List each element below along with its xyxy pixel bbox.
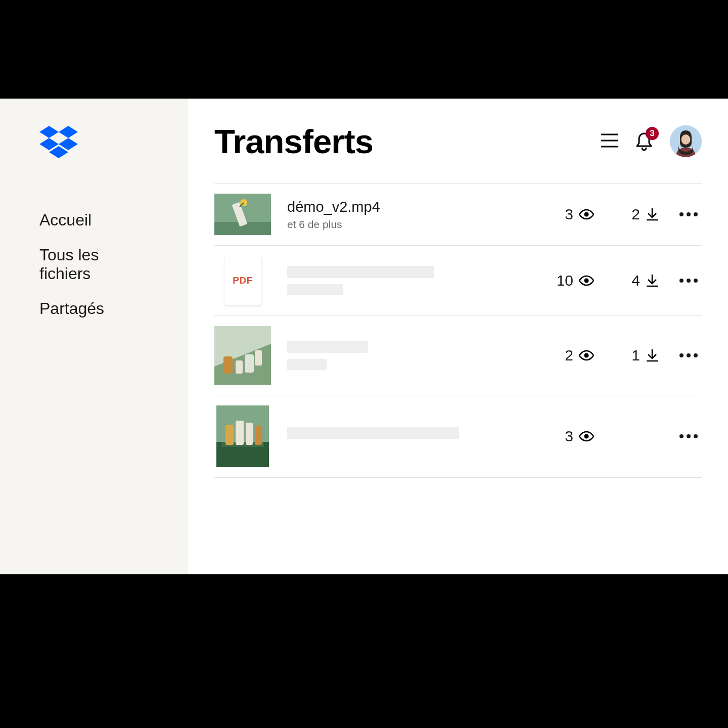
svg-point-29 bbox=[584, 353, 589, 358]
sidebar-nav: Accueil Tous les fichiers Partagés bbox=[39, 211, 149, 318]
views-count: 3 bbox=[565, 206, 573, 223]
views-stat: 10 bbox=[546, 272, 595, 289]
svg-rect-28 bbox=[255, 350, 262, 366]
header-actions: 3 bbox=[601, 125, 702, 157]
eye-icon bbox=[578, 275, 595, 286]
notification-badge: 3 bbox=[646, 127, 659, 140]
views-count: 2 bbox=[565, 347, 573, 364]
more-actions-button[interactable] bbox=[675, 276, 702, 286]
svg-point-39 bbox=[584, 434, 589, 439]
svg-rect-25 bbox=[223, 356, 233, 374]
placeholder-line bbox=[287, 341, 368, 353]
transfer-thumbnail bbox=[214, 194, 271, 235]
svg-point-10 bbox=[681, 134, 691, 145]
transfer-thumbnail bbox=[214, 326, 271, 385]
sidebar-item-home[interactable]: Accueil bbox=[39, 211, 149, 230]
more-actions-button[interactable] bbox=[675, 209, 702, 219]
pdf-file-icon: PDF bbox=[224, 256, 261, 305]
more-actions-button[interactable] bbox=[675, 350, 702, 360]
hamburger-icon bbox=[601, 133, 618, 148]
downloads-count: 2 bbox=[631, 206, 640, 223]
views-count: 3 bbox=[565, 428, 573, 445]
sidebar-item-shared[interactable]: Partagés bbox=[39, 299, 149, 318]
transfer-info bbox=[287, 427, 530, 445]
svg-marker-0 bbox=[39, 126, 59, 138]
transfer-thumbnail bbox=[214, 405, 271, 467]
svg-rect-38 bbox=[255, 426, 262, 445]
views-stat: 2 bbox=[546, 347, 595, 364]
placeholder-line bbox=[287, 427, 459, 439]
dropbox-logo-icon bbox=[39, 126, 78, 159]
downloads-stat: 4 bbox=[611, 272, 659, 289]
transfer-row[interactable]: 2 1 bbox=[214, 316, 702, 395]
transfer-subtitle: et 6 de plus bbox=[287, 218, 530, 231]
avatar-image bbox=[670, 125, 702, 157]
svg-marker-1 bbox=[59, 126, 78, 138]
svg-rect-26 bbox=[236, 360, 243, 374]
transfer-info: démo_v2.mp4 et 6 de plus bbox=[287, 199, 530, 231]
sidebar: Accueil Tous les fichiers Partagés bbox=[0, 99, 188, 574]
views-stat: 3 bbox=[546, 428, 595, 445]
placeholder-line bbox=[287, 266, 434, 278]
downloads-stat: 1 bbox=[611, 347, 659, 364]
main-content: Transferts 3 bbox=[188, 99, 728, 574]
eye-icon bbox=[578, 209, 595, 220]
svg-point-16 bbox=[584, 212, 589, 217]
page-header: Transferts 3 bbox=[214, 122, 702, 161]
transfer-row[interactable]: démo_v2.mp4 et 6 de plus 3 2 bbox=[214, 184, 702, 246]
downloads-count: 1 bbox=[631, 347, 640, 364]
more-actions-button[interactable] bbox=[675, 431, 702, 441]
views-stat: 3 bbox=[546, 206, 595, 223]
page-title: Transferts bbox=[214, 122, 373, 161]
eye-icon bbox=[578, 350, 595, 361]
app-window: Accueil Tous les fichiers Partagés Trans… bbox=[0, 99, 728, 574]
download-icon bbox=[645, 274, 659, 288]
transfer-row[interactable]: PDF 10 4 bbox=[214, 246, 702, 316]
svg-rect-27 bbox=[245, 354, 254, 373]
eye-icon bbox=[578, 431, 595, 442]
sidebar-item-all-files[interactable]: Tous les fichiers bbox=[39, 246, 149, 283]
transfer-info bbox=[287, 341, 530, 370]
transfers-list: démo_v2.mp4 et 6 de plus 3 2 bbox=[214, 183, 702, 478]
downloads-count: 4 bbox=[631, 272, 640, 289]
menu-button[interactable] bbox=[601, 133, 618, 150]
transfer-thumbnail: PDF bbox=[214, 256, 271, 305]
svg-rect-35 bbox=[225, 425, 234, 445]
transfer-name: démo_v2.mp4 bbox=[287, 199, 530, 215]
svg-rect-36 bbox=[236, 421, 244, 445]
download-icon bbox=[645, 348, 659, 362]
dropbox-logo[interactable] bbox=[39, 126, 149, 161]
transfer-row[interactable]: 3 bbox=[214, 395, 702, 478]
transfer-info bbox=[287, 266, 530, 295]
user-avatar[interactable] bbox=[670, 125, 702, 157]
download-icon bbox=[645, 207, 659, 221]
svg-point-19 bbox=[584, 279, 589, 283]
placeholder-line bbox=[287, 284, 343, 295]
svg-rect-37 bbox=[246, 423, 253, 445]
placeholder-line bbox=[287, 359, 327, 370]
notifications-button[interactable]: 3 bbox=[635, 132, 653, 151]
views-count: 10 bbox=[557, 272, 573, 289]
downloads-stat: 2 bbox=[611, 206, 659, 223]
